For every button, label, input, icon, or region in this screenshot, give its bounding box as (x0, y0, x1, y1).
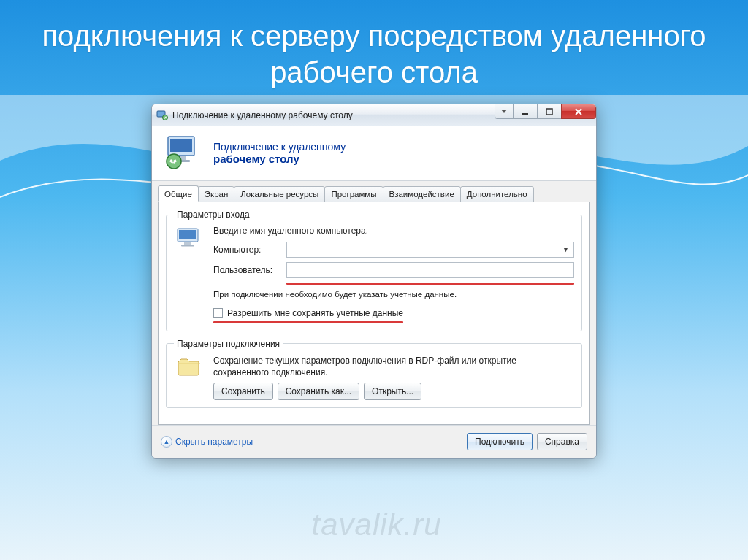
dialog-footer: ▲ Скрыть параметры Подключить Справка (152, 425, 596, 458)
chevron-up-icon: ▲ (161, 436, 172, 448)
svg-rect-3 (546, 109, 552, 115)
computer-combobox[interactable]: ▼ (286, 242, 574, 258)
connect-button[interactable]: Подключить (467, 433, 533, 450)
hide-options-link[interactable]: ▲ Скрыть параметры (161, 436, 253, 448)
window-title: Подключение к удаленному рабочему столу (172, 110, 353, 120)
folder-icon (174, 355, 205, 400)
user-label: Пользователь: (213, 265, 286, 275)
svg-rect-5 (170, 139, 192, 152)
svg-rect-2 (522, 113, 528, 115)
tab-strip: Общие Экран Локальные ресурсы Программы … (158, 185, 590, 202)
dialog-header: Подключение к удаленному рабочему столу (152, 126, 596, 181)
save-credentials-checkbox[interactable] (213, 308, 223, 318)
connection-settings-legend: Параметры подключения (174, 339, 283, 349)
tab-display[interactable]: Экран (198, 186, 234, 202)
header-line-2: рабочему столу (213, 153, 346, 165)
svg-rect-12 (181, 245, 194, 247)
tab-advanced[interactable]: Дополнительно (460, 186, 534, 202)
tab-panel-general: Параметры входа Введите имя удаленного к… (158, 202, 590, 425)
login-settings-legend: Параметры входа (174, 210, 253, 220)
chevron-down-icon: ▼ (562, 246, 569, 253)
header-line-1: Подключение к удаленному (213, 141, 346, 153)
computer-label: Компьютер: (213, 245, 286, 255)
login-settings-group: Параметры входа Введите имя удаленного к… (166, 210, 582, 331)
highlight-underline-checkbox (213, 321, 403, 323)
titlebar-dropdown-button[interactable] (495, 104, 514, 119)
watermark-text: tavalik.ru (312, 507, 442, 542)
help-button[interactable]: Справка (537, 433, 587, 450)
maximize-button[interactable] (537, 104, 562, 119)
user-input[interactable] (286, 262, 574, 278)
tab-experience[interactable]: Взаимодействие (383, 186, 461, 202)
credentials-hint: При подключении необходимо будет указать… (213, 289, 574, 301)
rdp-window: Подключение к удаленному рабочему столу … (151, 104, 597, 459)
svg-rect-10 (179, 230, 196, 239)
save-button[interactable]: Сохранить (213, 383, 273, 400)
open-button[interactable]: Открыть... (364, 383, 421, 400)
svg-rect-11 (184, 242, 191, 245)
tab-programs[interactable]: Программы (324, 186, 383, 202)
tab-general[interactable]: Общие (158, 185, 199, 202)
computer-icon (174, 226, 205, 323)
highlight-underline-user (286, 283, 574, 285)
save-as-button[interactable]: Сохранить как... (278, 383, 359, 400)
save-credentials-label: Разрешить мне сохранять учетные данные (227, 308, 403, 318)
close-button[interactable] (561, 104, 596, 119)
connection-settings-desc: Сохранение текущих параметров подключени… (213, 355, 574, 378)
rdp-hero-icon (164, 135, 203, 170)
connection-settings-group: Параметры подключения Сохранение текущих… (166, 339, 582, 408)
login-intro-text: Введите имя удаленного компьютера. (213, 226, 574, 236)
tab-local-resources[interactable]: Локальные ресурсы (234, 186, 325, 202)
minimize-button[interactable] (513, 104, 538, 119)
titlebar[interactable]: Подключение к удаленному рабочему столу (152, 104, 596, 126)
app-icon (156, 110, 168, 121)
slide-title: подключения к серверу посредством удален… (0, 0, 748, 91)
